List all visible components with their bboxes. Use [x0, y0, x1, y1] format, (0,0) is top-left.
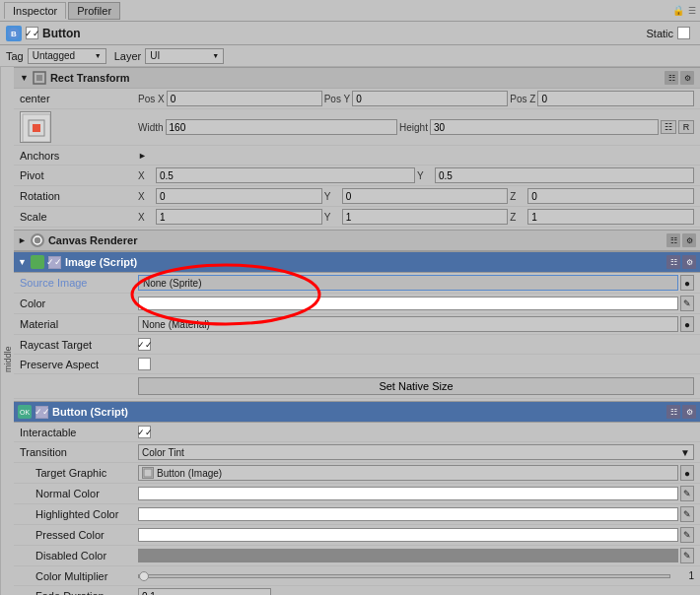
source-image-dot-btn[interactable]: ● — [680, 275, 694, 291]
static-area: Static — [646, 27, 694, 39]
pos-x-input[interactable] — [167, 91, 322, 106]
highlighted-pencil[interactable]: ✎ — [680, 506, 694, 522]
pos-fields: Pos X Pos Y Pos Z — [138, 91, 694, 106]
target-graphic-field[interactable]: Button (Image) — [138, 465, 678, 481]
button-script-title: Button (Script) — [52, 406, 666, 418]
source-image-row: Source Image None (Sprite) ● — [14, 273, 700, 294]
pressed-color-row: Pressed Color ✎ — [14, 525, 700, 546]
tag-dropdown-arrow: ▼ — [95, 52, 102, 59]
canvas-gear-icon[interactable]: ⚙ — [682, 233, 696, 247]
target-graphic-dot-btn[interactable]: ● — [680, 465, 694, 481]
pos-z-input[interactable] — [537, 91, 694, 106]
image-icons: ☷ ⚙ — [666, 255, 696, 269]
fade-duration-input[interactable] — [138, 588, 271, 595]
width-label: Width — [138, 122, 164, 133]
width-input[interactable] — [166, 119, 397, 135]
preserve-checkbox[interactable] — [138, 358, 151, 370]
rect-grid-icon[interactable]: ☷ — [665, 71, 678, 85]
rot-z-input[interactable] — [527, 188, 694, 204]
svg-rect-9 — [144, 469, 152, 477]
tab-profiler[interactable]: Profiler — [68, 2, 120, 20]
normal-color-pencil[interactable]: ✎ — [680, 486, 694, 501]
content-area: ▼ Rect Transform ☷ ⚙ center Pos X Pos Y — [14, 67, 700, 595]
lock-icon[interactable]: 🔒 — [672, 5, 684, 16]
wh-grid-icon[interactable]: ☷ — [661, 120, 676, 134]
pos-z-label: Pos Z — [510, 94, 535, 104]
layer-dropdown[interactable]: UI ▼ — [145, 48, 224, 64]
pivot-y-input[interactable] — [435, 167, 694, 183]
scale-z-group: Z — [510, 209, 694, 225]
height-label: Height — [399, 122, 428, 133]
normal-color-swatch[interactable] — [138, 487, 678, 500]
pos-z-group: Pos Z — [510, 91, 694, 106]
color-multiplier-thumb — [139, 571, 149, 581]
disabled-color-row: Disabled Color ✎ — [14, 546, 700, 566]
highlighted-color-swatch[interactable] — [138, 507, 678, 521]
wh-fields: Width Height ☷ R — [138, 119, 694, 135]
material-dot-btn[interactable]: ● — [680, 316, 694, 332]
canvas-renderer-header: ► Canvas Renderer ☷ ⚙ — [14, 230, 700, 251]
color-pencil-btn[interactable]: ✎ — [680, 296, 694, 311]
material-field[interactable]: None (Material) — [138, 316, 678, 332]
btn-gear-icon[interactable]: ⚙ — [682, 405, 696, 419]
scale-y-input[interactable] — [342, 209, 509, 225]
canvas-renderer-title: Canvas Renderer — [48, 234, 666, 246]
disabled-pencil[interactable]: ✎ — [680, 548, 694, 563]
anchors-toggle[interactable]: ► — [138, 151, 147, 161]
pivot-x-input[interactable] — [156, 167, 415, 183]
menu-icon[interactable]: ☰ — [688, 6, 696, 16]
pressed-pencil[interactable]: ✎ — [680, 527, 694, 543]
disabled-color-area: ✎ — [138, 548, 694, 563]
native-size-button[interactable]: Set Native Size — [138, 377, 694, 395]
active-checkbox[interactable]: ✓ — [26, 27, 38, 39]
pivot-fields: X Y — [138, 167, 694, 183]
pos-y-input[interactable] — [352, 91, 508, 106]
rot-y-input[interactable] — [342, 188, 509, 204]
image-script-header: ▼ ✓ Image (Script) ☷ ⚙ — [14, 251, 700, 273]
fade-duration-label: Fade Duration — [20, 590, 138, 595]
interactable-checkbox[interactable]: ✓ — [138, 426, 151, 438]
color-swatch[interactable] — [138, 297, 678, 310]
image-grid-icon[interactable]: ☷ — [666, 255, 680, 269]
rect-toggle[interactable]: ▼ — [20, 73, 29, 83]
transition-dropdown[interactable]: Color Tint ▼ — [138, 444, 694, 460]
rect-gear-icon[interactable]: ⚙ — [680, 71, 694, 85]
disabled-color-label: Disabled Color — [20, 550, 138, 562]
button-script-checkbox[interactable]: ✓ — [35, 406, 48, 419]
scale-fields: X Y Z — [138, 209, 694, 225]
reset-button[interactable]: R — [678, 120, 694, 134]
image-gear-icon[interactable]: ⚙ — [682, 255, 696, 269]
title-bar: Inspector Profiler 🔒 ☰ — [0, 0, 700, 22]
pos-y-label: Pos Y — [324, 94, 351, 104]
source-image-field[interactable]: None (Sprite) — [138, 275, 678, 291]
color-multiplier-value: 1 — [674, 570, 694, 581]
target-graphic-area: Button (Image) ● — [138, 465, 694, 481]
anchors-label: Anchors — [20, 150, 138, 162]
disabled-color-swatch[interactable] — [138, 549, 678, 562]
pos-x-group: Pos X — [138, 91, 322, 106]
rot-y-label: Y — [324, 191, 340, 202]
rot-x-input[interactable] — [156, 188, 322, 204]
pivot-label: Pivot — [20, 169, 138, 181]
canvas-grid-icon[interactable]: ☷ — [666, 233, 680, 247]
title-bar-right: 🔒 ☰ — [672, 5, 696, 16]
scale-x-input[interactable] — [156, 209, 322, 225]
raycast-checkbox[interactable]: ✓ — [138, 338, 151, 351]
image-toggle[interactable]: ▼ — [18, 257, 27, 267]
scale-y-label: Y — [324, 212, 340, 223]
tag-dropdown[interactable]: Untagged ▼ — [28, 48, 106, 64]
tab-inspector[interactable]: Inspector — [4, 2, 66, 19]
static-checkbox[interactable] — [677, 27, 690, 39]
btn-grid-icon[interactable]: ☷ — [666, 405, 680, 419]
pressed-color-swatch[interactable] — [138, 528, 678, 542]
highlighted-color-row: Highlighted Color ✎ — [14, 504, 700, 525]
image-script-checkbox[interactable]: ✓ — [48, 256, 61, 269]
color-multiplier-track[interactable] — [138, 574, 670, 578]
layer-label: Layer — [114, 50, 142, 62]
rect-transform-icons: ☷ ⚙ — [665, 71, 694, 85]
scale-z-input[interactable] — [527, 209, 694, 225]
canvas-toggle[interactable]: ► — [18, 235, 27, 245]
height-input[interactable] — [430, 119, 659, 135]
color-label: Color — [20, 298, 138, 309]
svg-text:B: B — [11, 30, 17, 38]
